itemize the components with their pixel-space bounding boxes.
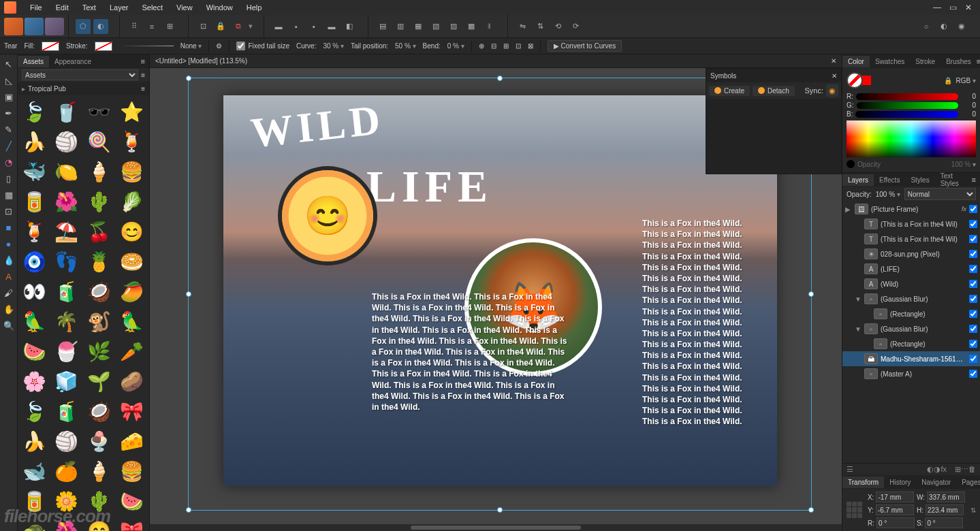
align-bottom-icon[interactable]: ▩ — [464, 19, 479, 34]
asset-item[interactable]: 🍦 — [84, 457, 114, 485]
asset-item[interactable]: 👀 — [19, 278, 49, 305]
asset-item[interactable]: 🥭 — [116, 278, 146, 305]
asset-item[interactable]: 🥥 — [84, 278, 114, 305]
layer-visibility-checkbox[interactable] — [969, 235, 977, 243]
asset-item[interactable]: 🥕 — [116, 338, 146, 365]
asset-item[interactable]: 🏐 — [52, 428, 82, 455]
asset-item[interactable]: 🍔 — [116, 158, 146, 185]
grid-dots-icon[interactable]: ⠿ — [127, 19, 142, 34]
menu-select[interactable]: Select — [135, 1, 170, 14]
y-input[interactable] — [876, 504, 914, 515]
layer-row[interactable]: ▼▫(Gaussian Blur) — [842, 321, 980, 336]
asset-item[interactable]: 🥥 — [84, 398, 114, 425]
layer-row[interactable]: ▶🖼(Picture Frame)fx — [842, 202, 980, 216]
red-slider[interactable] — [856, 93, 958, 100]
layer-visibility-checkbox[interactable] — [969, 265, 977, 273]
mask-icon[interactable]: ◐ — [927, 465, 934, 474]
persona-photo-icon[interactable] — [45, 18, 64, 35]
symbols-detach-button[interactable]: Detach — [753, 86, 795, 96]
asset-item[interactable]: 🥫 — [19, 487, 49, 515]
convert-curves-button[interactable]: ▶ Convert to Curves — [548, 40, 622, 52]
layer-row[interactable]: T(This is a Fox in the4 Wil) — [842, 231, 980, 246]
blue-slider[interactable] — [855, 111, 958, 118]
flip-v-icon[interactable]: ⇅ — [533, 19, 548, 34]
add-layer-icon[interactable]: ⊞ — [955, 465, 961, 474]
layer-visibility-checkbox[interactable] — [969, 340, 977, 348]
asset-item[interactable]: 🦜 — [116, 308, 146, 335]
document-tab[interactable]: <Untitled> [Modified] (113.5%) ✕ — [150, 54, 842, 68]
panel-menu-icon[interactable]: ≡ — [977, 57, 980, 65]
handle-bl[interactable] — [186, 507, 191, 513]
asset-item[interactable]: 🥔 — [116, 368, 146, 395]
tab-appearance[interactable]: Appearance — [49, 56, 97, 67]
handle-tl[interactable] — [186, 76, 191, 81]
rotate-ccw-icon[interactable]: ⟲ — [550, 19, 565, 34]
arrange-forward-icon[interactable]: ▪ — [306, 19, 321, 34]
asset-item[interactable]: 👣 — [52, 248, 82, 275]
layer-row[interactable]: ▼▫(Gaussian Blur) — [842, 291, 980, 306]
asset-item[interactable]: 🍉 — [116, 487, 146, 515]
sync-toggle-icon[interactable]: ◉ — [826, 84, 838, 97]
asset-item[interactable]: ⛱️ — [52, 218, 82, 245]
handle-mr[interactable] — [808, 291, 814, 297]
layer-row[interactable]: ▫(Rectangle) — [842, 336, 980, 351]
menu-window[interactable]: Window — [200, 1, 240, 14]
move-tool-icon[interactable]: ↖ — [2, 57, 16, 71]
arrange-inside-icon[interactable]: ◧ — [342, 19, 357, 34]
menu-help[interactable]: Help — [240, 1, 269, 14]
layer-visibility-checkbox[interactable] — [969, 280, 977, 288]
fx-icon[interactable]: fx — [941, 465, 947, 474]
horizontal-scrollbar[interactable] — [150, 524, 842, 531]
more-icon[interactable]: ⋯ — [961, 465, 968, 474]
layer-visibility-checkbox[interactable] — [969, 355, 977, 363]
asset-item[interactable]: 🏐 — [52, 128, 82, 155]
menu-view[interactable]: View — [170, 1, 200, 14]
handle-tm[interactable] — [497, 76, 503, 81]
layer-row[interactable]: ▫(Master A) — [842, 366, 980, 381]
snap-toggle-icon[interactable]: ⊡ — [195, 19, 210, 34]
menu-edit[interactable]: Edit — [49, 1, 76, 14]
asset-item[interactable]: 🍭 — [84, 128, 114, 155]
asset-item[interactable]: 🕶️ — [84, 98, 114, 125]
flip-h-icon[interactable]: ⇋ — [515, 19, 530, 34]
vector-brush-icon[interactable]: 🖌 — [2, 286, 16, 300]
tab-swatches[interactable]: Swatches — [870, 56, 910, 67]
stack-icon[interactable]: ☰ — [847, 465, 853, 474]
layer-row[interactable]: T(This is a Fox in the4 Wil) — [842, 216, 980, 231]
blend-mode-select[interactable]: Normal — [904, 188, 976, 200]
hand-tool-icon[interactable]: ✋ — [2, 302, 16, 316]
tab-transform[interactable]: Transform — [842, 477, 884, 488]
text-tool-icon[interactable]: A — [2, 270, 16, 283]
arrange-backward-icon[interactable]: ▪ — [289, 19, 304, 34]
panel-menu-icon[interactable]: ≡ — [141, 57, 149, 65]
asset-item[interactable]: 🍹 — [19, 218, 49, 245]
asset-item[interactable]: 🌿 — [84, 338, 114, 365]
asset-item[interactable]: 🍧 — [52, 338, 82, 365]
asset-item[interactable]: 🍹 — [116, 128, 146, 155]
lock-icon[interactable]: 🔒 — [944, 77, 952, 84]
adjust-icon[interactable]: ◑ — [934, 465, 941, 474]
asset-item[interactable]: 🐋 — [19, 457, 49, 485]
persona-designer-icon[interactable] — [25, 18, 44, 35]
layer-row[interactable]: 🏔Madhu-Shesharam-1561698... — [842, 351, 980, 366]
menu-file[interactable]: File — [23, 1, 49, 14]
layer-visibility-checkbox[interactable] — [969, 310, 977, 318]
asset-item[interactable]: 🍌 — [19, 428, 49, 455]
frame-text-icon[interactable]: ▯ — [2, 172, 16, 185]
fill-swatch[interactable] — [42, 42, 59, 51]
asset-item[interactable]: 🍉 — [19, 338, 49, 365]
distribute-icon[interactable]: ⫴ — [481, 19, 496, 34]
baseline-icon[interactable]: ≡ — [144, 19, 159, 34]
target-icon[interactable]: ⊕ — [479, 42, 484, 50]
asset-item[interactable]: 🧊 — [52, 368, 82, 395]
asset-item[interactable]: 🌸 — [19, 368, 49, 395]
table-tool-icon[interactable]: ▦ — [2, 188, 16, 202]
asset-item[interactable]: 🌼 — [52, 487, 82, 515]
category-menu-icon[interactable]: ≡ — [141, 85, 145, 93]
lock-icon[interactable]: 🔒 — [213, 19, 228, 34]
tab-styles[interactable]: Styles — [905, 174, 934, 186]
symbols-create-button[interactable]: Create — [709, 86, 750, 96]
assets-category[interactable]: Tropical Pub — [28, 85, 138, 93]
curve-value[interactable]: 30 % — [323, 42, 344, 50]
asset-item[interactable]: 🍋 — [52, 158, 82, 185]
